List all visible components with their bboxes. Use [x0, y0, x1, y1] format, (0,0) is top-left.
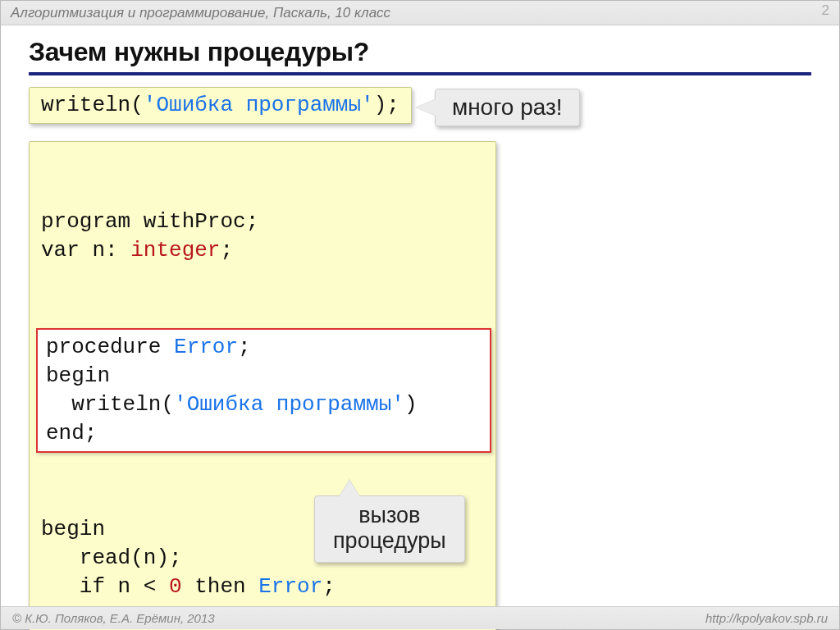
top-bar: Алгоритмизация и программирование, Паска… [1, 1, 839, 25]
code-snippet-1: writeln('Ошибка программы'); [29, 87, 412, 124]
footer-url: http://kpolyakov.spb.ru [705, 611, 828, 625]
content: Зачем нужны процедуры? writeln('Ошибка п… [1, 25, 839, 630]
callout-procedure-call: вызов процедуры [314, 495, 465, 563]
footer: © К.Ю. Поляков, Е.А. Ерёмин, 2013 http:/… [1, 606, 839, 629]
breadcrumb: Алгоритмизация и программирование, Паска… [11, 5, 390, 21]
callout-line2: процедуры [333, 528, 446, 553]
callout-many-times: много раз! [435, 89, 580, 126]
slide-title: Зачем нужны процедуры? [29, 35, 811, 75]
callout-line1: вызов [358, 503, 420, 527]
code-procedure-box: procedure Error; begin writeln('Ошибка п… [36, 328, 491, 453]
code-top: program withProc; var n: integer; [41, 208, 484, 265]
footer-copyright: © К.Ю. Поляков, Е.А. Ерёмин, 2013 [12, 611, 215, 625]
page-number: 2 [822, 2, 829, 19]
main-code-wrap: program withProc; var n: integer; proced… [29, 141, 496, 630]
slide: Алгоритмизация и программирование, Паска… [0, 0, 840, 630]
row-snippet: writeln('Ошибка программы'); много раз! [29, 87, 811, 126]
